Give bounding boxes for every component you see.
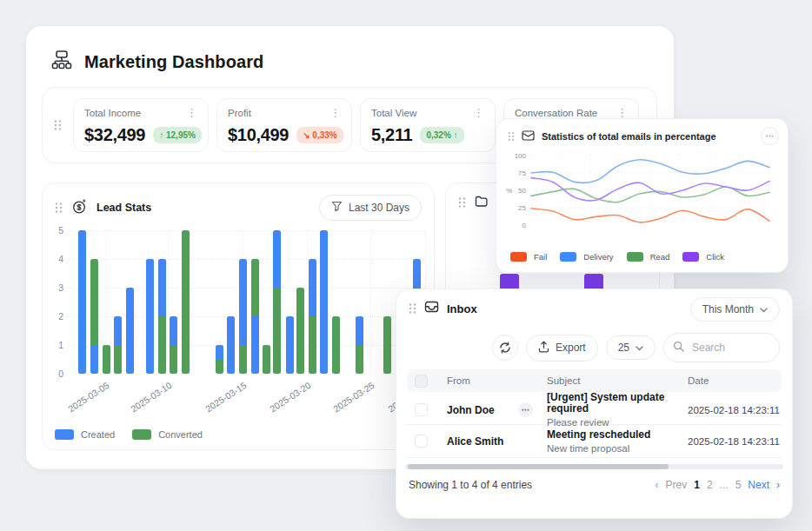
row-menu-button[interactable]: ⋯: [518, 402, 533, 417]
legend-label: Read: [650, 252, 670, 262]
bar-segment-created: [239, 259, 247, 345]
inbox-toolbar: Export 25: [492, 333, 780, 362]
refresh-icon: [499, 342, 511, 354]
sitemap-icon: [50, 49, 73, 75]
inbox-card: Inbox This Month: [396, 289, 793, 519]
bar: [103, 345, 110, 374]
email-stats-card: Statistics of total emails in percentage…: [496, 118, 789, 273]
row-checkbox[interactable]: [415, 435, 428, 448]
filter-last-30-days-button[interactable]: Last 30 Days: [319, 195, 422, 221]
bar-segment-converted: [383, 316, 391, 374]
x-axis-tick: 2025-03-20: [260, 380, 312, 419]
column-header-from: From: [447, 375, 547, 386]
drag-handle-icon[interactable]: [409, 302, 416, 315]
page-ellipsis: ...: [720, 479, 729, 491]
bar-segment-converted: [239, 345, 247, 374]
trend-badge: ↑ 12,95%: [153, 127, 202, 143]
page-button-5[interactable]: 5: [735, 479, 742, 491]
period-label: This Month: [702, 303, 754, 315]
card-title: Statistics of total emails in percentage: [542, 131, 716, 142]
search-icon: [673, 340, 684, 355]
bar: [158, 259, 166, 374]
stat-value: $10,499: [228, 125, 289, 145]
y-axis-tick: 3: [44, 282, 63, 293]
page-header: Marketing Dashboard: [50, 49, 263, 75]
legend-label: Fail: [534, 252, 547, 262]
kebab-menu-icon[interactable]: ⋮: [329, 109, 341, 117]
x-axis-tick: 2025-03-25: [323, 380, 376, 419]
legend-item-read[interactable]: Read: [627, 252, 670, 262]
stat-title: Conversation Rate: [515, 108, 597, 118]
page-size-select[interactable]: 25: [606, 335, 656, 360]
row-from: John Doe: [447, 404, 495, 416]
export-button[interactable]: Export: [526, 335, 598, 362]
bar: [251, 259, 259, 374]
legend-label: Converted: [158, 429, 203, 440]
bar: [332, 316, 340, 374]
legend-item-converted[interactable]: Converted: [132, 429, 203, 440]
bar-segment-created: [251, 316, 259, 374]
drag-handle-icon[interactable]: [458, 196, 466, 209]
bar-segment-created: [158, 259, 166, 316]
bar: [146, 259, 154, 374]
next-button[interactable]: Next: [748, 479, 769, 491]
y-axis-tick: 4: [44, 254, 63, 264]
table-row[interactable]: John Doe ⋯ [Urgent] System update requir…: [407, 392, 782, 425]
bar: [356, 316, 363, 374]
bar-segment-converted: [182, 230, 190, 374]
legend-swatch: [132, 429, 151, 440]
kebab-menu-icon[interactable]: ⋮: [616, 109, 628, 117]
trend-badge: 0,32% ↑: [420, 127, 463, 143]
stat-value: 5,211: [371, 125, 412, 145]
kebab-menu-icon[interactable]: ⋮: [473, 109, 484, 117]
table-header-row: From Subject Date: [407, 369, 782, 392]
page-button-1[interactable]: 1: [694, 479, 700, 491]
page-size-value: 25: [618, 342, 629, 354]
screen: Marketing Dashboard Total Income ⋮ $32,4…: [0, 0, 812, 531]
drag-handle-icon[interactable]: [508, 131, 515, 142]
inbox-footer: Showing 1 to 4 of 4 entries ‹ Prev 1 2 .…: [409, 479, 780, 491]
bar: [263, 345, 270, 374]
table-row[interactable]: Alice Smith Meeting rescheduled New time…: [407, 425, 782, 458]
gridline: [69, 230, 425, 231]
row-checkbox[interactable]: [415, 403, 428, 416]
bar: [227, 316, 235, 374]
drag-handle-icon[interactable]: [55, 202, 63, 214]
bar-segment-created: [309, 259, 316, 316]
stat-card-profit: Profit ⋮ $10,499 ↘ 0,33%: [216, 98, 352, 152]
legend-swatch: [510, 252, 527, 262]
period-select[interactable]: This Month: [690, 297, 780, 322]
search-input[interactable]: [690, 341, 781, 355]
bar-segment-converted: [216, 360, 223, 375]
legend-label: Delivery: [583, 252, 613, 262]
legend-item-delivery[interactable]: Delivery: [560, 252, 613, 262]
x-axis-tick: 2025-03-05: [58, 380, 110, 419]
lead-stats-icon: [71, 198, 88, 218]
bar-segment-converted: [170, 345, 177, 374]
drag-handle-icon[interactable]: [54, 119, 62, 131]
bar-segment-converted: [103, 345, 110, 374]
row-date: 2025-02-18 14:23:11: [684, 436, 782, 447]
bar: [216, 345, 223, 374]
pagination: ‹ Prev 1 2 ... 5 Next ›: [656, 479, 780, 491]
kebab-menu-icon[interactable]: ⋮: [186, 109, 197, 117]
legend-item-created[interactable]: Created: [55, 429, 115, 440]
more-menu-button[interactable]: ⋯: [761, 127, 779, 145]
page-title: Marketing Dashboard: [84, 52, 263, 72]
legend-item-fail[interactable]: Fail: [510, 252, 547, 262]
next-chevron-icon[interactable]: ›: [776, 479, 780, 491]
page-button-2[interactable]: 2: [707, 479, 713, 491]
entries-summary: Showing 1 to 4 of 4 entries: [409, 479, 532, 491]
prev-chevron-icon[interactable]: ‹: [656, 479, 659, 491]
legend-item-click[interactable]: Click: [682, 252, 724, 262]
refresh-button[interactable]: [492, 335, 518, 361]
row-preview: New time proposal: [547, 443, 684, 454]
select-all-checkbox[interactable]: [415, 375, 428, 388]
y-axis-tick: 0: [522, 222, 527, 229]
bar-segment-created: [170, 316, 177, 345]
prev-button[interactable]: Prev: [666, 479, 688, 491]
legend-label: Click: [706, 252, 724, 262]
scrollbar-thumb[interactable]: [408, 464, 669, 469]
legend-swatch: [560, 252, 576, 262]
legend-swatch: [627, 252, 643, 262]
